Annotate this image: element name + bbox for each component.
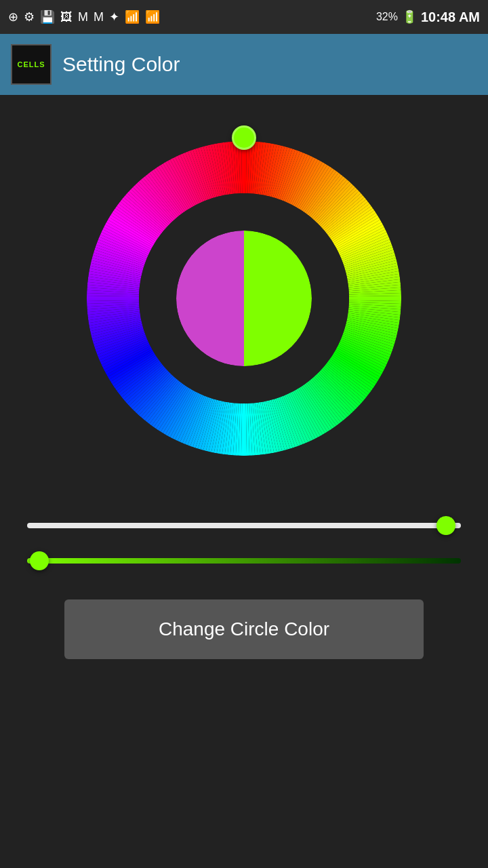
app-title: Setting Color xyxy=(62,53,180,76)
image-icon: 🖼 xyxy=(60,10,73,24)
brightness-slider-container xyxy=(27,515,461,536)
saturation-track[interactable] xyxy=(27,558,461,564)
save-icon: 💾 xyxy=(40,9,55,24)
change-circle-color-button[interactable]: Change Circle Color xyxy=(64,599,424,659)
battery-percentage: 32% xyxy=(376,11,398,23)
signal-icon: 📶 xyxy=(145,9,160,24)
add-icon: ⊕ xyxy=(8,9,18,24)
saturation-thumb[interactable] xyxy=(30,551,49,570)
usb-icon: ⚙ xyxy=(24,9,35,24)
main-content: /* rendered below */ xyxy=(0,95,488,868)
status-right: 32% 🔋 10:48 AM xyxy=(376,9,480,25)
brightness-track[interactable] xyxy=(27,523,461,528)
color-wheel-container[interactable]: /* rendered below */ xyxy=(61,115,427,481)
center-color-display xyxy=(176,231,312,366)
mail-icon-1: M xyxy=(78,10,88,24)
status-icons-left: ⊕ ⚙ 💾 🖼 M M ✦ 📶 📶 xyxy=(8,9,160,24)
app-bar: CELLS Setting Color xyxy=(0,34,488,95)
status-bar: ⊕ ⚙ 💾 🖼 M M ✦ 📶 📶 32% 🔋 10:48 AM xyxy=(0,0,488,34)
color-wheel-handle[interactable] xyxy=(232,125,256,150)
battery-icon: 🔋 xyxy=(402,9,417,24)
mail-icon-2: M xyxy=(94,10,104,24)
saturation-slider-container xyxy=(27,551,461,571)
status-time: 10:48 AM xyxy=(421,9,480,25)
app-icon-text: CELLS xyxy=(17,60,45,68)
bluetooth-icon: ✦ xyxy=(109,9,119,24)
brightness-thumb[interactable] xyxy=(436,516,455,535)
wifi-icon: 📶 xyxy=(125,9,140,24)
app-icon: CELLS xyxy=(11,44,52,85)
